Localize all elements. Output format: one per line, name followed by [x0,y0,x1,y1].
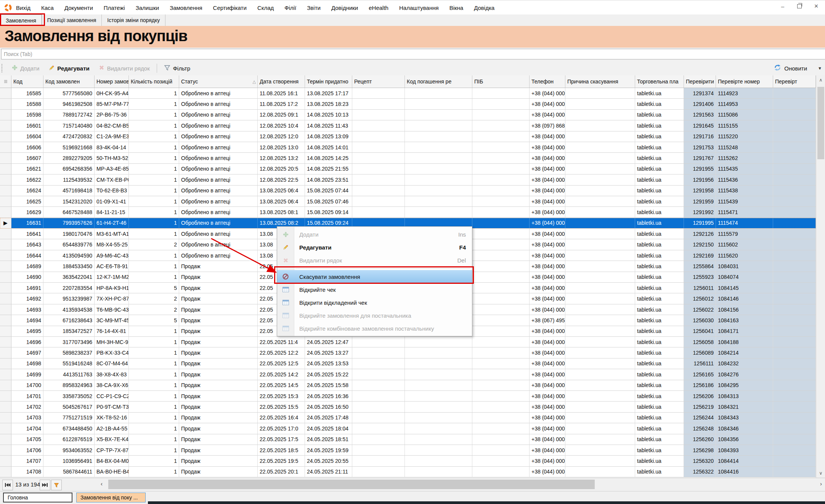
column-header-cancel_reason[interactable]: Причина скасування [565,75,635,88]
scroll-right-icon[interactable]: › [820,480,822,487]
context-menu-item[interactable]: ДодатиIns [277,228,472,241]
add-button[interactable]: Додати [7,62,44,74]
close-button[interactable]: × [813,3,820,10]
refresh-button[interactable]: Оновити [769,62,812,74]
tab-item[interactable]: Позиції замовлення [42,14,102,26]
row-indicator-header[interactable] [0,75,11,88]
context-menu-item[interactable]: Відкрити відкладений чек [277,296,472,309]
table-row[interactable]: 147085867844611BA-B0-HE-B41Продаж22.05.2… [0,467,816,477]
column-header-expires[interactable]: Термін придатно [305,75,352,88]
bottom-strip [148,501,825,504]
table-row[interactable]: 146963177073496MH-3H-MC-921Продаж22.05.2… [0,337,816,347]
table-row[interactable]: 14699441351176338-X8-4X-831Продаж22.05.2… [0,369,816,380]
tab-item[interactable]: Історія зміни порядку [102,14,165,26]
table-row[interactable]: 166044724720832C1-2A-9M-E31Оброблено в а… [0,131,816,142]
cell-phone: +38 (044) 000 [530,380,565,390]
column-header-order_code[interactable]: Код замовлен [43,75,95,88]
table-row[interactable]: 16629646752848884-11-21-151Оброблено в а… [0,207,816,218]
menubar-item[interactable]: Склад [257,5,274,11]
cell-platform: tabletki.ua [635,456,684,466]
tab-active[interactable]: Замовлення [0,14,42,26]
table-row[interactable]: 166244571698418T0-62-E8-B31Оброблено в а… [0,186,816,196]
menubar-item[interactable]: Залишки [136,5,159,11]
column-header-name[interactable]: ПІБ [472,75,530,88]
menubar-item[interactable]: Каса [41,5,54,11]
table-row[interactable]: 16601715714048004-B2-CM-B51Оброблено в а… [0,120,816,131]
table-row[interactable]: 147056122876519X5-BX-7E-K41Продаж22.05.2… [0,434,816,445]
table-row[interactable]: 147069534063552CP-TP-7X-871Продаж22.05.2… [0,445,816,456]
scroll-down-icon[interactable]: ∨ [816,469,825,478]
menubar-item[interactable]: Довідники [331,5,358,11]
table-row[interactable]: 16588946198250885-M7-PM-771Оброблено в а… [0,99,816,109]
table-row[interactable]: 1469855194162488C-07-M4-641Продаж22.05.2… [0,358,816,369]
menubar-item[interactable]: Довідка [474,5,494,11]
table-row[interactable]: 147013358735052CC-P1-C9-C21Продаж22.05.2… [0,391,816,402]
menubar-item[interactable]: Звіти [307,5,321,11]
column-header-check[interactable]: Перевірити [684,75,716,88]
column-header-created[interactable]: Дата створення [258,75,305,88]
table-row[interactable]: 16606519692166883-4K-04-141Оброблено в а… [0,142,816,153]
first-page-button[interactable] [2,480,13,490]
context-menu-item[interactable]: Скасувати замовлення [277,270,472,283]
vertical-scroll-thumb[interactable] [817,87,824,159]
table-row[interactable]: 147071036956491B4-BX-04-M01Продаж22.05.2… [0,456,816,466]
column-header-check_number[interactable]: Перевірте номер [716,75,773,88]
filter-button[interactable]: Фільтр [159,62,195,74]
cell-name [472,261,530,271]
column-header-status[interactable]: Статус△ [179,75,258,88]
column-header-order_number[interactable]: Номер замовленн [95,75,129,88]
column-header-positions[interactable]: Кількість позицій [129,75,179,88]
minimize-button[interactable]: – [779,3,786,10]
column-header-platform[interactable]: Торговельна пла [635,75,684,88]
edit-button[interactable]: Редагувати [44,62,94,74]
column-header-code[interactable]: Код [11,75,43,88]
menubar-item[interactable]: eHealth [369,5,388,11]
table-row[interactable]: 166221125439532CM-TX-EB-P01Оброблено в а… [0,174,816,185]
cell-phone: +38 (044) 000 [530,272,565,282]
context-menu-item[interactable]: Відкрийте комбіноване замовлення постача… [277,322,472,335]
menubar-item[interactable]: Налаштування [399,5,439,11]
column-header-recipe_code[interactable]: Код погашення ре [405,75,472,88]
table-row[interactable]: 1659878891727422P-B6-75-361Оброблено в а… [0,110,816,120]
vertical-scrollbar[interactable]: ∧ ∨ [816,75,825,478]
delete-row-button[interactable]: Видалити рядок [94,62,154,74]
table-row[interactable]: 16607289227920550-TH-M3-521Оброблено в а… [0,153,816,163]
search-input[interactable] [1,49,825,59]
scroll-up-icon[interactable]: ∧ [816,75,825,85]
column-header-phone[interactable]: Телефон [530,75,565,88]
menubar-item[interactable]: Вікна [449,5,464,11]
pager-filter-button[interactable] [51,480,62,490]
cell-check: 1256298 [684,445,716,455]
menubar-item[interactable]: Вихід [16,5,30,11]
table-row[interactable]: 147025045267617P0-9T-CM-T31Продаж22.05.2… [0,402,816,412]
menubar-item[interactable]: Сертифікати [213,5,247,11]
horizontal-scroll-thumb[interactable] [108,480,595,489]
table-row[interactable]: 1658557775650800H-CK-95-A41Оброблено в а… [0,88,816,99]
context-menu-item[interactable]: Відкрийте замовлення для постачальника [277,309,472,322]
taskbar-home-button[interactable]: Головна [3,493,72,502]
table-row[interactable]: 147037751271519XK-T8-52-161Продаж22.05.2… [0,413,816,423]
row-indicator-cell [0,337,11,347]
restore-button[interactable] [796,3,803,10]
cell-status: Продаж [179,456,258,466]
taskbar-orders-button[interactable]: Замовлення від поку ... [76,493,146,502]
menubar-item[interactable]: Платежі [104,5,125,11]
table-row[interactable]: 14700895832496338-CA-9X-X61Продаж22.05.2… [0,380,816,391]
cell-order_number: 01-09-X1-41 [95,196,129,206]
last-page-button[interactable] [40,480,50,490]
menubar-item[interactable]: Документи [64,5,93,11]
menubar-item[interactable]: Філії [284,5,296,11]
table-row[interactable]: 16625154231202001-09-X1-411Оброблено в а… [0,196,816,207]
cell-check: 1291406 [684,99,716,109]
table-row[interactable]: 166216954268356MP-A3-4E-851Оброблено в а… [0,164,816,174]
scroll-left-icon[interactable]: ‹ [101,480,103,487]
context-menu-item[interactable]: Видалити рядокDel [277,254,472,267]
context-menu-item[interactable]: Відкрийте чек [277,283,472,296]
menubar-item[interactable]: Замовлення [170,5,202,11]
column-header-check3[interactable]: Перевірт [773,75,816,88]
toolbar-overflow-icon[interactable]: ▼ [818,66,822,70]
context-menu-item[interactable]: РедагуватиF4 [277,241,472,254]
table-row[interactable]: 147046734488450A2-1B-A4-551Продаж22.05.2… [0,423,816,434]
table-row[interactable]: 146975898238237PB-KX-33-C41Продаж22.05.2… [0,347,816,358]
column-header-recipe[interactable]: Рецепт [352,75,405,88]
